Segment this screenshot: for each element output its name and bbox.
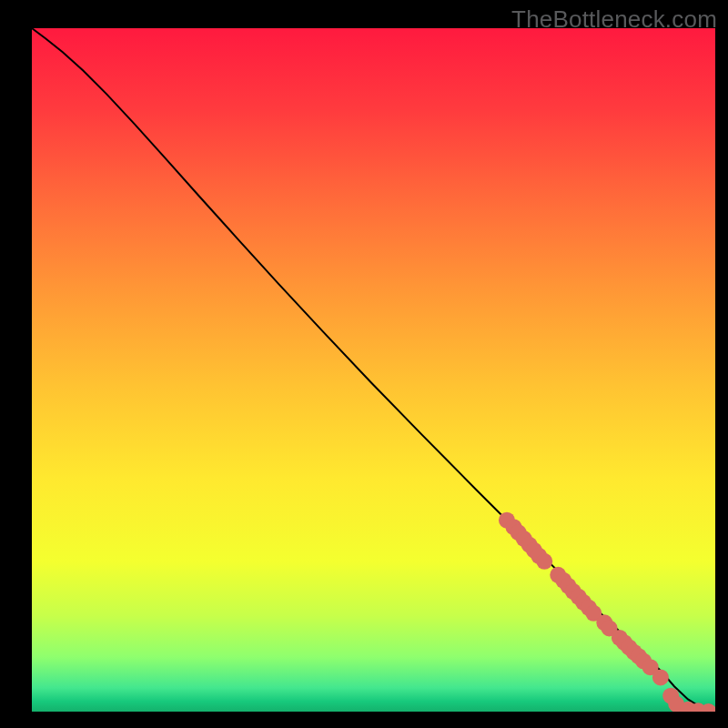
gradient-background <box>32 28 715 712</box>
data-marker <box>652 669 669 685</box>
chart-frame: TheBottleneck.com <box>0 0 728 728</box>
plot-area <box>32 28 715 712</box>
watermark-text: TheBottleneck.com <box>511 5 717 34</box>
chart-svg <box>32 28 715 712</box>
data-marker <box>536 553 552 570</box>
